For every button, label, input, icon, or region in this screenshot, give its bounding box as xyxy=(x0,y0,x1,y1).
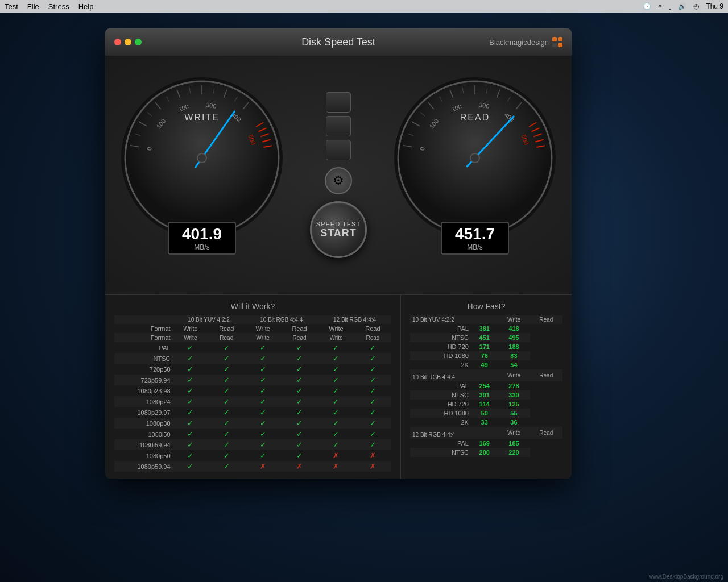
check-cell: ✓ xyxy=(208,353,245,364)
check-cell: ✗ xyxy=(281,461,318,472)
write-header-cell: Write xyxy=(498,427,530,439)
write-gauge-value: 401.9 xyxy=(178,225,226,243)
format-cell: 1080p29.97 xyxy=(114,407,173,418)
check-cell: ✓ xyxy=(173,418,209,429)
menu-file[interactable]: File xyxy=(27,2,39,11)
format-btn-3[interactable] xyxy=(326,140,351,160)
check-cell: ✓ xyxy=(173,439,209,450)
read-gauge: 0 100 200 300 400 500 READ 451.7 MB/s xyxy=(390,67,560,283)
write-gauge: 0 100 200 300 400 500 WRITE 401.9 MB/s xyxy=(117,67,287,283)
check-cell: ✓ xyxy=(281,385,318,396)
rgb12-read-header: Read xyxy=(354,324,391,333)
check-cell: ✓ xyxy=(208,461,245,472)
check-cell: ✓ xyxy=(208,385,245,396)
menubar-left: Test File Stress Help xyxy=(5,2,93,11)
check-cell: Write xyxy=(173,333,209,342)
fast-read-cell: 125 xyxy=(498,400,530,409)
check-cell: ✓ xyxy=(354,385,391,396)
rgb12-write-header: Write xyxy=(318,324,354,333)
check-cell: ✓ xyxy=(173,342,209,353)
check-cell: ✓ xyxy=(354,342,391,353)
check-cell: ✓ xyxy=(173,396,209,407)
settings-button[interactable]: ⚙ xyxy=(325,167,352,194)
check-cell: ✓ xyxy=(245,375,281,385)
app-window: Disk Speed Test Blackmagicdesign xyxy=(105,28,572,479)
format-cell: NTSC xyxy=(114,353,173,364)
table-row: NTSC✓✓✓✓✓✓ xyxy=(114,353,391,364)
check-cell: ✓ xyxy=(245,450,281,461)
fast-format-cell: PAL xyxy=(418,324,471,333)
format-cell: Format xyxy=(114,333,173,342)
table-row: 1080i59.94✓✓✓✓✓✓ xyxy=(114,439,391,450)
menu-test[interactable]: Test xyxy=(5,2,18,11)
how-fast-panel: How Fast? 10 Bit YUV 4:2:2WriteReadPAL38… xyxy=(401,295,572,479)
check-cell: ✓ xyxy=(318,375,354,385)
table-header-row-1: 10 Bit YUV 4:2:2 10 Bit RGB 4:4:4 12 Bit… xyxy=(114,315,391,324)
fast-format-cell: 2K xyxy=(418,360,471,369)
format-btn-2[interactable] xyxy=(326,116,351,136)
menu-help[interactable]: Help xyxy=(78,2,94,11)
fast-format-cell: HD 720 xyxy=(418,342,471,351)
check-cell: ✗ xyxy=(354,461,391,472)
fast-write-cell: 50 xyxy=(471,409,498,418)
check-cell: ✓ xyxy=(208,407,245,418)
read-gauge-value: 451.7 xyxy=(451,225,499,243)
section-title-row: 12 Bit RGB 4:4:4WriteRead xyxy=(410,427,562,439)
check-cell: ✗ xyxy=(245,461,281,472)
fast-format-cell: PAL xyxy=(418,381,471,390)
write-gauge-unit: MB/s xyxy=(178,243,226,251)
fast-read-cell: 278 xyxy=(498,381,530,390)
check-cell: ✓ xyxy=(354,353,391,364)
fast-table-row: 2K3336 xyxy=(410,418,562,427)
format-col-header: Format xyxy=(114,324,173,333)
format-btn-1[interactable] xyxy=(326,92,351,113)
check-cell: ✓ xyxy=(208,429,245,439)
maximize-button[interactable] xyxy=(135,39,142,45)
window-controls xyxy=(114,39,142,45)
start-button[interactable]: SPEED TEST START xyxy=(310,201,367,258)
fast-write-cell: 114 xyxy=(471,400,498,409)
check-cell: ✓ xyxy=(208,439,245,450)
check-cell: ✓ xyxy=(281,364,318,375)
fast-table-row: HD 720171188 xyxy=(410,342,562,351)
data-section: Will it Work? 10 Bit YUV 4:2:2 10 Bit RG… xyxy=(105,294,572,479)
fast-read-cell: 36 xyxy=(498,418,530,427)
fast-format-cell: HD 720 xyxy=(418,400,471,409)
write-gauge-label: WRITE xyxy=(184,113,220,123)
svg-point-55 xyxy=(470,153,479,163)
read-header-cell: Read xyxy=(530,315,562,324)
volume-icon: 🔊 xyxy=(678,2,686,10)
check-cell: ✗ xyxy=(318,450,354,461)
watermark: www.DesktopBackground.org xyxy=(649,573,723,580)
minimize-button[interactable] xyxy=(125,39,131,45)
check-cell: ✓ xyxy=(245,396,281,407)
check-cell: ✓ xyxy=(318,396,354,407)
table-row: FormatWriteReadWriteReadWriteRead xyxy=(114,333,391,342)
check-cell: ✓ xyxy=(173,461,209,472)
will-it-work-tbody: FormatWriteReadWriteReadWriteReadPAL✓✓✓✓… xyxy=(114,333,391,472)
format-buttons xyxy=(326,92,351,160)
check-cell: ✓ xyxy=(318,342,354,353)
write-gauge-svg: 0 100 200 300 400 500 xyxy=(117,67,287,238)
fast-read-cell: 220 xyxy=(498,448,530,457)
check-cell: ✓ xyxy=(173,353,209,364)
check-cell: ✓ xyxy=(245,429,281,439)
fast-write-cell: 381 xyxy=(471,324,498,333)
fast-table-row: NTSC451495 xyxy=(410,333,562,342)
table-row: 1080p24✓✓✓✓✓✓ xyxy=(114,396,391,407)
check-cell: ✓ xyxy=(208,364,245,375)
fast-read-cell: 185 xyxy=(498,439,530,448)
menu-stress[interactable]: Stress xyxy=(48,2,69,11)
fast-format-cell: 2K xyxy=(418,418,471,427)
read-gauge-label: READ xyxy=(460,113,490,123)
format-cell: 1080p59.94 xyxy=(114,461,173,472)
fast-format-cell: HD 1080 xyxy=(418,351,471,360)
format-cell: 720p50 xyxy=(114,364,173,375)
fast-write-cell: 301 xyxy=(471,390,498,400)
time-display: 🕓 xyxy=(643,2,651,10)
format-header xyxy=(114,315,173,324)
section-title-cell: 12 Bit RGB 4:4:4 xyxy=(410,427,498,439)
check-cell: ✓ xyxy=(354,429,391,439)
fast-read-cell: 330 xyxy=(498,390,530,400)
close-button[interactable] xyxy=(114,39,121,45)
